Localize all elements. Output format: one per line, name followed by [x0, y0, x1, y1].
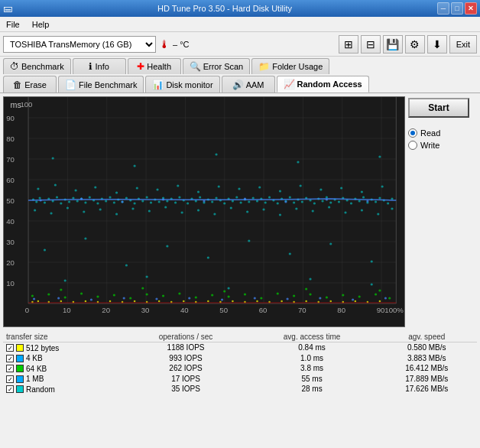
menu-file[interactable]: File: [3, 18, 23, 31]
svg-point-131: [264, 202, 267, 204]
svg-point-240: [309, 294, 311, 296]
svg-point-47: [60, 300, 63, 302]
menu-bar: File Help: [0, 17, 480, 32]
menu-help[interactable]: Help: [29, 18, 53, 31]
svg-point-236: [244, 294, 246, 296]
table-row: ✓ 4 KB 993 IOPS 1.0 ms 3.883 MB/s: [3, 353, 477, 364]
svg-point-128: [252, 197, 255, 200]
benchmark-icon: ⏱: [10, 61, 19, 72]
tab-disk-monitor[interactable]: 📊 Disk monitor: [145, 76, 219, 93]
tab-aam[interactable]: 🔊 AAM: [222, 76, 275, 93]
close-button[interactable]: ✕: [465, 2, 477, 15]
svg-point-226: [80, 293, 83, 295]
svg-point-185: [99, 209, 102, 211]
svg-text:50: 50: [219, 307, 228, 314]
tab-folder-usage[interactable]: 📁 Folder Usage: [251, 58, 329, 74]
svg-text:50: 50: [6, 197, 15, 205]
col-avg-speed: agv. speed: [377, 332, 477, 342]
svg-point-199: [328, 206, 330, 209]
svg-point-227: [96, 296, 99, 298]
window-controls: ─ □ ✕: [437, 2, 477, 15]
svg-point-182: [50, 213, 52, 215]
svg-point-224: [47, 294, 50, 296]
toolbar-btn-4[interactable]: ⚙: [405, 35, 425, 54]
svg-text:70: 70: [6, 156, 15, 164]
svg-point-173: [238, 188, 240, 190]
svg-point-269: [284, 201, 287, 203]
svg-point-249: [305, 288, 307, 291]
write-option[interactable]: Write: [408, 141, 477, 150]
svg-text:100%: 100%: [384, 307, 404, 314]
svg-point-180: [381, 186, 384, 188]
svg-point-244: [375, 294, 377, 296]
tab-benchmark[interactable]: ⏱ Benchmark: [3, 58, 71, 74]
drive-selector[interactable]: TOSHIBA TransMemory (16 GB): [3, 36, 156, 53]
toolbar-btn-3[interactable]: 💾: [383, 35, 403, 54]
window-title: HD Tune Pro 3.50 - Hard Disk Utility: [157, 4, 292, 13]
tab-erase[interactable]: 🗑 Erase: [3, 76, 57, 93]
read-radio[interactable]: [408, 128, 417, 138]
svg-point-132: [268, 196, 271, 199]
col-avg-access: avg. access time: [248, 332, 377, 342]
svg-point-87: [84, 202, 86, 204]
toolbar-btn-1[interactable]: ⊞: [339, 35, 358, 54]
svg-point-55: [158, 300, 161, 302]
table-row: ✓ 1 MB 17 IOPS 55 ms 17.889 MB/s: [3, 374, 477, 385]
svg-point-92: [105, 200, 107, 203]
svg-point-222: [378, 156, 381, 158]
svg-text:60: 60: [259, 307, 268, 314]
svg-point-209: [248, 240, 250, 242]
svg-point-152: [350, 203, 352, 205]
svg-point-57: [183, 300, 185, 302]
svg-point-247: [141, 287, 144, 290]
svg-point-200: [344, 212, 346, 214]
svg-point-105: [158, 201, 161, 203]
svg-text:80: 80: [6, 135, 15, 143]
svg-point-212: [371, 261, 373, 263]
svg-point-211: [329, 243, 332, 245]
svg-point-233: [195, 297, 197, 299]
svg-point-192: [213, 213, 216, 216]
info-icon: ℹ: [89, 61, 92, 72]
exit-button[interactable]: Exit: [449, 35, 477, 54]
minimize-button[interactable]: ─: [437, 2, 449, 15]
svg-point-229: [129, 297, 131, 300]
svg-point-202: [377, 213, 379, 216]
svg-point-112: [186, 203, 189, 205]
svg-point-110: [178, 196, 180, 199]
svg-point-119: [215, 197, 217, 200]
table-row: ✓ 64 KB 262 IOPS 3.8 ms 16.412 MB/s: [3, 363, 477, 374]
svg-point-101: [141, 200, 144, 203]
svg-point-206: [125, 265, 128, 267]
start-button[interactable]: Start: [408, 98, 469, 118]
write-radio[interactable]: [408, 141, 417, 150]
svg-point-189: [164, 206, 167, 209]
tab-random-access[interactable]: 📈 Random Access: [277, 76, 369, 93]
svg-point-121: [223, 203, 225, 205]
tab-file-benchmark[interactable]: 📄 File Benchmark: [58, 76, 144, 93]
svg-point-129: [256, 200, 258, 203]
svg-rect-0: [4, 97, 404, 326]
svg-point-221: [297, 161, 299, 164]
tab-error-scan[interactable]: 🔍 Error Scan: [183, 58, 251, 74]
aam-icon: 🔊: [232, 80, 244, 90]
svg-point-218: [52, 157, 54, 160]
svg-point-179: [361, 191, 363, 193]
tab-health[interactable]: ✚ Health: [128, 58, 181, 74]
svg-point-265: [121, 201, 123, 203]
erase-icon: 🗑: [13, 80, 22, 90]
table-body: ✓ 512 bytes 1188 IOPS 0.84 ms 0.580 MB/s…: [3, 342, 477, 394]
read-option[interactable]: Read: [408, 128, 477, 138]
tab-info[interactable]: ℹ Info: [73, 58, 126, 74]
toolbar-btn-5[interactable]: ⬇: [427, 35, 447, 54]
svg-point-190: [181, 212, 183, 214]
maximize-button[interactable]: □: [451, 2, 463, 15]
svg-text:40: 40: [6, 218, 15, 226]
svg-point-195: [262, 209, 264, 211]
svg-point-223: [31, 295, 34, 297]
svg-point-210: [289, 253, 291, 255]
svg-point-158: [375, 201, 377, 203]
svg-point-45: [37, 300, 40, 302]
app-icon: 🖴: [3, 3, 12, 14]
toolbar-btn-2[interactable]: ⊟: [361, 35, 381, 54]
